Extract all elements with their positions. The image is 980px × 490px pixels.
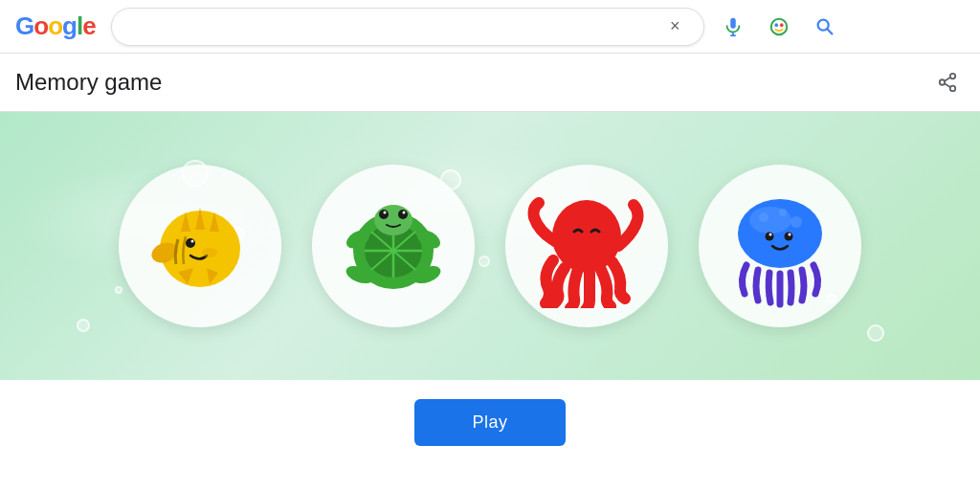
svg-point-29	[374, 205, 412, 235]
svg-line-11	[945, 78, 950, 81]
svg-point-31	[398, 210, 408, 219]
play-section: Play	[0, 380, 980, 465]
svg-point-10	[950, 86, 956, 92]
play-button[interactable]: Play	[414, 399, 565, 446]
header: Google game memori google ×	[0, 0, 980, 54]
svg-point-46	[769, 234, 772, 236]
svg-point-8	[950, 74, 956, 79]
google-logo: Google	[15, 11, 96, 41]
svg-point-18	[191, 240, 194, 243]
creature-octopus[interactable]	[505, 165, 668, 327]
svg-line-12	[945, 83, 950, 87]
svg-point-9	[940, 79, 946, 85]
svg-point-4	[774, 23, 778, 27]
svg-point-43	[791, 216, 802, 228]
svg-line-7	[827, 29, 832, 33]
search-input[interactable]: game memori google	[127, 18, 670, 35]
svg-point-44	[766, 233, 774, 241]
frog-svg	[331, 184, 456, 308]
clear-icon[interactable]: ×	[670, 16, 680, 36]
svg-point-33	[403, 212, 406, 214]
search-bar: game memori google ×	[111, 8, 704, 46]
svg-point-42	[779, 209, 787, 216]
svg-point-17	[186, 238, 195, 248]
fish-svg	[138, 184, 262, 308]
page-title: Memory game	[15, 69, 162, 96]
svg-point-30	[379, 210, 389, 219]
svg-point-32	[384, 212, 387, 214]
svg-point-5	[780, 23, 784, 27]
creature-frog[interactable]	[312, 165, 475, 327]
creature-fish[interactable]	[119, 165, 281, 327]
svg-point-20	[202, 248, 217, 257]
mic-button[interactable]	[716, 10, 750, 44]
svg-point-47	[789, 234, 791, 236]
game-area	[0, 112, 980, 380]
search-button[interactable]	[808, 10, 842, 44]
svg-rect-0	[730, 17, 736, 28]
octopus-svg	[524, 184, 649, 308]
share-icon	[937, 72, 958, 93]
creatures-row	[119, 165, 861, 327]
search-icon	[814, 16, 835, 37]
header-icons	[716, 10, 842, 44]
svg-point-45	[785, 233, 793, 241]
bubble	[77, 319, 90, 332]
creature-jellyfish[interactable]	[699, 165, 861, 327]
svg-point-3	[770, 18, 787, 34]
bubble	[867, 324, 884, 342]
mic-icon	[723, 16, 744, 37]
title-bar: Memory game	[0, 54, 980, 112]
lens-icon	[768, 16, 790, 37]
svg-point-41	[759, 212, 768, 222]
jellyfish-svg	[718, 184, 842, 308]
share-button[interactable]	[930, 65, 965, 100]
lens-button[interactable]	[762, 10, 796, 44]
